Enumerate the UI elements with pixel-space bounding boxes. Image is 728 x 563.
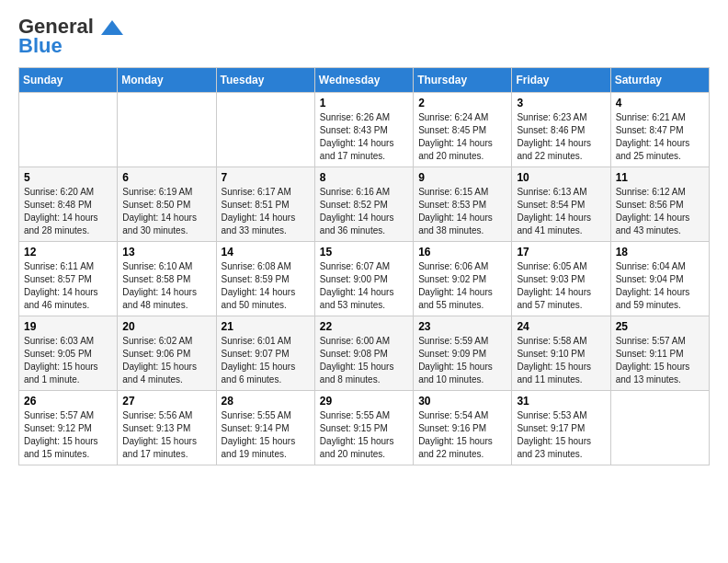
day-number: 28 xyxy=(222,395,310,408)
calendar-cell: 31Sunrise: 5:53 AM Sunset: 9:17 PM Dayli… xyxy=(512,391,610,465)
day-info: Sunrise: 6:21 AM Sunset: 8:47 PM Dayligh… xyxy=(616,111,704,163)
calendar-cell: 17Sunrise: 6:05 AM Sunset: 9:03 PM Dayli… xyxy=(512,242,610,316)
calendar-cell: 11Sunrise: 6:12 AM Sunset: 8:56 PM Dayli… xyxy=(610,167,709,242)
day-number: 8 xyxy=(320,171,408,184)
calendar-week-5: 26Sunrise: 5:57 AM Sunset: 9:12 PM Dayli… xyxy=(19,391,710,465)
day-number: 21 xyxy=(222,320,310,333)
calendar-cell: 23Sunrise: 5:59 AM Sunset: 9:09 PM Dayli… xyxy=(414,316,512,391)
day-info: Sunrise: 6:24 AM Sunset: 8:45 PM Dayligh… xyxy=(418,111,506,163)
calendar-cell: 26Sunrise: 5:57 AM Sunset: 9:12 PM Dayli… xyxy=(19,391,118,465)
col-header-wednesday: Wednesday xyxy=(314,68,413,93)
day-number: 5 xyxy=(24,171,112,184)
calendar-cell: 24Sunrise: 5:58 AM Sunset: 9:10 PM Dayli… xyxy=(512,316,610,391)
day-info: Sunrise: 5:54 AM Sunset: 9:16 PM Dayligh… xyxy=(418,409,506,461)
day-info: Sunrise: 6:03 AM Sunset: 9:05 PM Dayligh… xyxy=(24,335,112,386)
day-number: 31 xyxy=(517,395,605,408)
calendar-cell: 7Sunrise: 6:17 AM Sunset: 8:51 PM Daylig… xyxy=(216,167,314,242)
day-number: 13 xyxy=(122,246,210,259)
day-info: Sunrise: 6:01 AM Sunset: 9:07 PM Dayligh… xyxy=(222,335,310,386)
day-number: 3 xyxy=(517,97,605,109)
day-info: Sunrise: 6:13 AM Sunset: 8:54 PM Dayligh… xyxy=(517,186,605,237)
calendar-cell xyxy=(216,93,314,167)
day-number: 30 xyxy=(418,395,506,408)
calendar-week-1: 1Sunrise: 6:26 AM Sunset: 8:43 PM Daylig… xyxy=(19,93,710,167)
calendar-table: SundayMondayTuesdayWednesdayThursdayFrid… xyxy=(18,67,710,465)
day-info: Sunrise: 5:58 AM Sunset: 9:10 PM Dayligh… xyxy=(517,335,605,386)
calendar-cell: 28Sunrise: 5:55 AM Sunset: 9:14 PM Dayli… xyxy=(216,391,314,465)
day-number: 11 xyxy=(616,171,704,184)
col-header-sunday: Sunday xyxy=(19,68,118,93)
logo: General Blue xyxy=(18,15,123,58)
day-info: Sunrise: 5:57 AM Sunset: 9:11 PM Dayligh… xyxy=(616,335,704,386)
day-info: Sunrise: 6:08 AM Sunset: 8:59 PM Dayligh… xyxy=(222,260,310,312)
calendar-cell: 6Sunrise: 6:19 AM Sunset: 8:50 PM Daylig… xyxy=(118,167,216,242)
calendar-cell: 30Sunrise: 5:54 AM Sunset: 9:16 PM Dayli… xyxy=(414,391,512,465)
day-number: 15 xyxy=(320,246,408,259)
calendar-cell: 20Sunrise: 6:02 AM Sunset: 9:06 PM Dayli… xyxy=(118,316,216,391)
day-number: 26 xyxy=(24,395,112,408)
day-number: 27 xyxy=(122,395,210,408)
calendar-cell: 29Sunrise: 5:55 AM Sunset: 9:15 PM Dayli… xyxy=(314,391,413,465)
day-info: Sunrise: 5:53 AM Sunset: 9:17 PM Dayligh… xyxy=(517,409,605,461)
calendar-week-4: 19Sunrise: 6:03 AM Sunset: 9:05 PM Dayli… xyxy=(19,316,710,391)
calendar-cell: 9Sunrise: 6:15 AM Sunset: 8:53 PM Daylig… xyxy=(414,167,512,242)
calendar-cell: 15Sunrise: 6:07 AM Sunset: 9:00 PM Dayli… xyxy=(314,242,413,316)
day-info: Sunrise: 6:15 AM Sunset: 8:53 PM Dayligh… xyxy=(418,186,506,237)
day-info: Sunrise: 6:17 AM Sunset: 8:51 PM Dayligh… xyxy=(222,186,310,237)
calendar-cell: 13Sunrise: 6:10 AM Sunset: 8:58 PM Dayli… xyxy=(118,242,216,316)
day-info: Sunrise: 6:06 AM Sunset: 9:02 PM Dayligh… xyxy=(418,260,506,312)
day-info: Sunrise: 6:05 AM Sunset: 9:03 PM Dayligh… xyxy=(517,260,605,312)
page-header: General Blue xyxy=(18,15,710,58)
calendar-cell: 1Sunrise: 6:26 AM Sunset: 8:43 PM Daylig… xyxy=(314,93,413,167)
day-info: Sunrise: 6:11 AM Sunset: 8:57 PM Dayligh… xyxy=(24,260,112,312)
calendar-cell xyxy=(118,93,216,167)
calendar-cell: 19Sunrise: 6:03 AM Sunset: 9:05 PM Dayli… xyxy=(19,316,118,391)
svg-marker-0 xyxy=(101,20,123,35)
calendar-cell: 5Sunrise: 6:20 AM Sunset: 8:48 PM Daylig… xyxy=(19,167,118,242)
day-info: Sunrise: 6:02 AM Sunset: 9:06 PM Dayligh… xyxy=(122,335,210,386)
day-info: Sunrise: 6:23 AM Sunset: 8:46 PM Dayligh… xyxy=(517,111,605,163)
day-number: 4 xyxy=(616,97,704,109)
day-info: Sunrise: 5:56 AM Sunset: 9:13 PM Dayligh… xyxy=(122,409,210,461)
day-number: 22 xyxy=(320,320,408,333)
day-info: Sunrise: 6:04 AM Sunset: 9:04 PM Dayligh… xyxy=(616,260,704,312)
col-header-thursday: Thursday xyxy=(414,68,512,93)
day-info: Sunrise: 6:10 AM Sunset: 8:58 PM Dayligh… xyxy=(122,260,210,312)
calendar-cell: 27Sunrise: 5:56 AM Sunset: 9:13 PM Dayli… xyxy=(118,391,216,465)
day-number: 24 xyxy=(517,320,605,333)
day-info: Sunrise: 5:59 AM Sunset: 9:09 PM Dayligh… xyxy=(418,335,506,386)
col-header-friday: Friday xyxy=(512,68,610,93)
day-number: 20 xyxy=(122,320,210,333)
calendar-cell: 4Sunrise: 6:21 AM Sunset: 8:47 PM Daylig… xyxy=(610,93,709,167)
day-info: Sunrise: 6:07 AM Sunset: 9:00 PM Dayligh… xyxy=(320,260,408,312)
calendar-header-row: SundayMondayTuesdayWednesdayThursdayFrid… xyxy=(19,68,710,93)
day-info: Sunrise: 6:00 AM Sunset: 9:08 PM Dayligh… xyxy=(320,335,408,386)
day-number: 7 xyxy=(222,171,310,184)
col-header-saturday: Saturday xyxy=(610,68,709,93)
calendar-cell: 21Sunrise: 6:01 AM Sunset: 9:07 PM Dayli… xyxy=(216,316,314,391)
day-info: Sunrise: 6:12 AM Sunset: 8:56 PM Dayligh… xyxy=(616,186,704,237)
day-number: 17 xyxy=(517,246,605,259)
calendar-week-2: 5Sunrise: 6:20 AM Sunset: 8:48 PM Daylig… xyxy=(19,167,710,242)
calendar-cell: 18Sunrise: 6:04 AM Sunset: 9:04 PM Dayli… xyxy=(610,242,709,316)
day-number: 1 xyxy=(320,97,408,109)
calendar-cell: 25Sunrise: 5:57 AM Sunset: 9:11 PM Dayli… xyxy=(610,316,709,391)
day-number: 25 xyxy=(616,320,704,333)
col-header-monday: Monday xyxy=(118,68,216,93)
day-info: Sunrise: 5:55 AM Sunset: 9:15 PM Dayligh… xyxy=(320,409,408,461)
day-number: 14 xyxy=(222,246,310,259)
day-info: Sunrise: 6:19 AM Sunset: 8:50 PM Dayligh… xyxy=(122,186,210,237)
day-info: Sunrise: 5:55 AM Sunset: 9:14 PM Dayligh… xyxy=(222,409,310,461)
calendar-cell xyxy=(610,391,709,465)
day-info: Sunrise: 6:20 AM Sunset: 8:48 PM Dayligh… xyxy=(24,186,112,237)
logo-icon xyxy=(101,18,123,37)
day-number: 9 xyxy=(418,171,506,184)
day-number: 2 xyxy=(418,97,506,109)
day-number: 23 xyxy=(418,320,506,333)
day-info: Sunrise: 6:26 AM Sunset: 8:43 PM Dayligh… xyxy=(320,111,408,163)
day-number: 19 xyxy=(24,320,112,333)
calendar-cell: 8Sunrise: 6:16 AM Sunset: 8:52 PM Daylig… xyxy=(314,167,413,242)
calendar-cell: 16Sunrise: 6:06 AM Sunset: 9:02 PM Dayli… xyxy=(414,242,512,316)
col-header-tuesday: Tuesday xyxy=(216,68,314,93)
calendar-cell: 3Sunrise: 6:23 AM Sunset: 8:46 PM Daylig… xyxy=(512,93,610,167)
